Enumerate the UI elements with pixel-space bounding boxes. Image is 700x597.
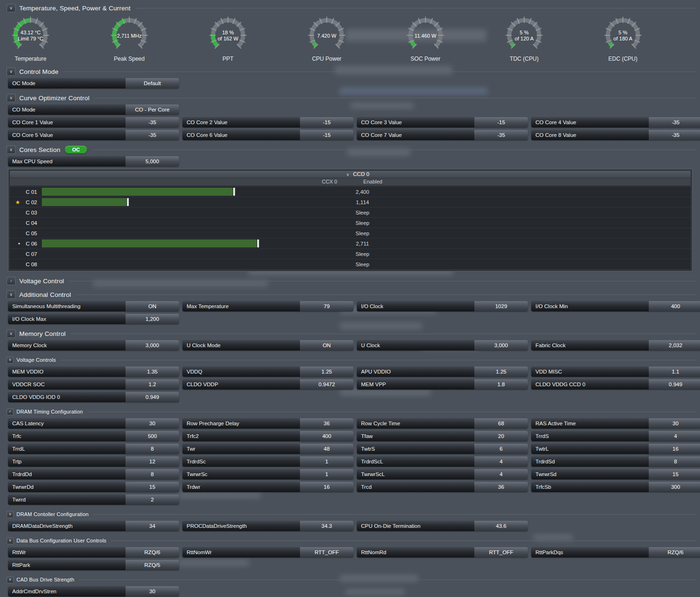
field-value[interactable]: 1.25 bbox=[300, 366, 354, 377]
field-value[interactable]: 1,200 bbox=[126, 314, 179, 324]
field-value[interactable]: RTT_OFF bbox=[474, 547, 528, 557]
section-title: Data Bus Configuration User Controls bbox=[16, 538, 106, 543]
field-value[interactable]: 30 bbox=[126, 586, 179, 597]
chevron-down-icon[interactable]: ∨ bbox=[7, 94, 16, 102]
field-value[interactable]: 1.8 bbox=[474, 379, 528, 390]
field-value[interactable]: 0.949 bbox=[126, 392, 179, 402]
field-trrdl: TrrdL8 bbox=[8, 444, 179, 454]
field-value[interactable]: 8 bbox=[649, 456, 700, 467]
field-value[interactable]: ON bbox=[300, 340, 354, 350]
field-value[interactable]: 1.1 bbox=[649, 366, 700, 377]
checkbox-icon[interactable]: ✓ bbox=[7, 408, 14, 415]
field-value[interactable]: 36 bbox=[300, 418, 354, 429]
field-value[interactable]: 36 bbox=[474, 482, 528, 492]
field-value[interactable]: 1 bbox=[300, 456, 354, 467]
field-co-core-4-value: CO Core 4 Value-35 bbox=[531, 117, 700, 127]
field-label: RttParkDqs bbox=[531, 547, 649, 557]
field-value[interactable]: 6 bbox=[474, 444, 528, 454]
section-rule bbox=[79, 580, 696, 580]
field-value[interactable]: 300 bbox=[649, 482, 700, 492]
field-value[interactable]: -35 bbox=[474, 130, 528, 140]
section-rule bbox=[69, 281, 696, 281]
field-label: Trtp bbox=[8, 456, 126, 467]
ccd-header: ∨CCD 0 bbox=[10, 171, 691, 178]
field-value[interactable]: 4 bbox=[474, 456, 528, 467]
field-value[interactable]: 15 bbox=[649, 469, 700, 479]
field-value[interactable]: CO - Per Core bbox=[126, 104, 179, 115]
field-value[interactable]: 30 bbox=[126, 418, 179, 429]
field-value[interactable]: 16 bbox=[300, 482, 354, 492]
field-value[interactable]: -15 bbox=[300, 117, 354, 127]
chevron-down-icon[interactable]: ∨ bbox=[7, 357, 14, 364]
ccd-title[interactable]: ∨CCD 0 bbox=[311, 171, 405, 178]
field-value[interactable]: 79 bbox=[300, 301, 354, 311]
field-value[interactable]: -35 bbox=[126, 130, 179, 140]
field-value[interactable]: 68 bbox=[474, 418, 528, 429]
chevron-down-icon[interactable]: ∨ bbox=[7, 145, 16, 154]
field-value[interactable]: 2,032 bbox=[649, 340, 700, 350]
chevron-down-icon[interactable]: ∨ bbox=[7, 537, 14, 544]
gauge-label: EDC (CPU) bbox=[608, 56, 637, 62]
field-value[interactable]: 500 bbox=[126, 431, 179, 441]
field-value[interactable]: 48 bbox=[300, 444, 354, 454]
field-value[interactable]: 8 bbox=[126, 469, 179, 479]
field-value[interactable]: 1.2 bbox=[126, 379, 179, 390]
section-title: Voltage Control bbox=[19, 278, 64, 285]
cores-oc-badge: OC bbox=[65, 146, 87, 153]
section-rule bbox=[71, 334, 696, 334]
field-value[interactable]: 2 bbox=[126, 494, 179, 505]
field-value[interactable]: RZQ/6 bbox=[126, 547, 179, 557]
section-header-curve-optimizer-control: ∨Curve Optimizer Control bbox=[7, 94, 696, 102]
field-value[interactable]: 1.25 bbox=[474, 366, 528, 377]
chevron-down-icon[interactable]: ∨ bbox=[7, 511, 14, 518]
field-value[interactable]: 34.3 bbox=[300, 521, 354, 531]
field-value[interactable]: 3,000 bbox=[126, 340, 179, 350]
chevron-down-icon[interactable]: ∨ bbox=[7, 290, 16, 299]
field-value[interactable]: 12 bbox=[126, 456, 179, 467]
field-value[interactable]: 5,000 bbox=[126, 156, 179, 167]
field-label: RttWr bbox=[8, 547, 126, 557]
field-value[interactable]: 400 bbox=[300, 431, 354, 441]
core-row: ★C 021,114 bbox=[10, 197, 691, 207]
field-value[interactable]: 1.35 bbox=[126, 366, 179, 377]
field-value[interactable]: RZQ/6 bbox=[649, 547, 700, 557]
field-value[interactable]: 4 bbox=[649, 431, 700, 441]
core-name: C 05 bbox=[20, 231, 38, 236]
field-value[interactable]: RTT_OFF bbox=[300, 547, 354, 557]
field-value[interactable]: RZQ/5 bbox=[126, 560, 179, 570]
field-value[interactable]: 1029 bbox=[474, 301, 528, 311]
field-value[interactable]: 400 bbox=[649, 301, 700, 311]
field-value[interactable]: ON bbox=[126, 301, 179, 311]
chevron-down-icon[interactable]: ∨ bbox=[7, 4, 16, 12]
chevron-down-icon[interactable]: ∨ bbox=[7, 329, 16, 338]
field-value[interactable]: 15 bbox=[126, 482, 179, 492]
core-table: ∨CCD 0CCX 0EnabledC 012,400★C 021,114C 0… bbox=[8, 169, 692, 271]
field-row-group: CLDO VDDG IOD 00.949 bbox=[8, 392, 700, 402]
field-label: CO Core 2 Value bbox=[182, 117, 300, 127]
chevron-right-icon[interactable]: › bbox=[7, 277, 16, 285]
field-value[interactable]: 43.6 bbox=[474, 521, 528, 531]
field-value[interactable]: 20 bbox=[474, 431, 528, 441]
field-label: RAS Active Time bbox=[531, 418, 649, 429]
field-value[interactable]: Default bbox=[126, 78, 179, 88]
field-value[interactable]: -15 bbox=[474, 117, 528, 127]
field-value[interactable]: 3,000 bbox=[474, 340, 528, 350]
field-mem-vddio: MEM VDDIO1.35 bbox=[8, 366, 179, 377]
field-value[interactable]: 16 bbox=[649, 444, 700, 454]
field-value[interactable]: -35 bbox=[126, 117, 179, 127]
field-value[interactable]: 4 bbox=[474, 469, 528, 479]
field-value[interactable]: 1 bbox=[300, 469, 354, 479]
chevron-down-icon[interactable]: ∨ bbox=[7, 67, 16, 76]
field-value[interactable]: 0.9472 bbox=[300, 379, 354, 390]
field-value[interactable]: 0.949 bbox=[649, 379, 700, 390]
field-value[interactable]: 8 bbox=[126, 444, 179, 454]
field-value[interactable]: 34 bbox=[126, 521, 179, 531]
field-value[interactable]: -35 bbox=[649, 117, 700, 127]
field-value[interactable]: -35 bbox=[649, 130, 700, 140]
field-value[interactable]: 30 bbox=[649, 418, 700, 429]
field-value[interactable]: -15 bbox=[300, 130, 354, 140]
field-label: TrdrdSd bbox=[531, 456, 649, 467]
chevron-down-icon[interactable]: ∨ bbox=[7, 576, 14, 583]
section-title: Control Mode bbox=[19, 68, 58, 75]
gauge-value: 11.460 W bbox=[376, 22, 475, 49]
